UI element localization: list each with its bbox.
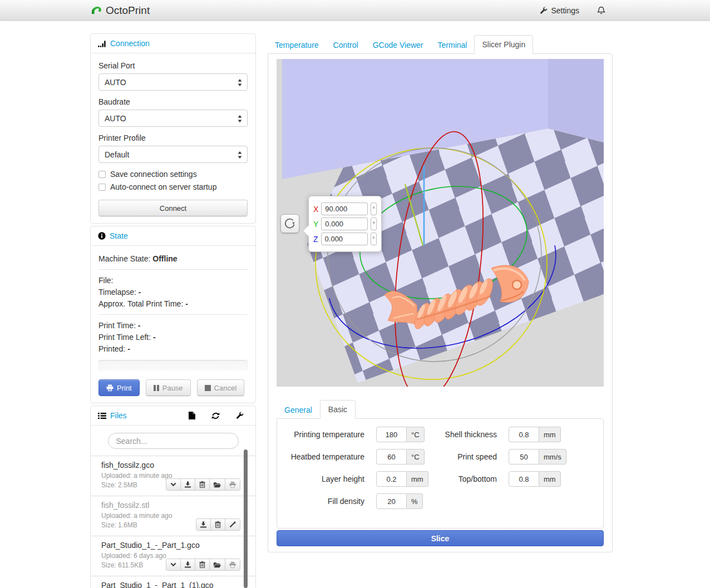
save-connection-settings-label: Save connection settings (110, 170, 197, 179)
state-panel-title[interactable]: State (110, 231, 128, 240)
print-speed-input[interactable] (509, 449, 539, 465)
tab-control[interactable]: Control (326, 36, 366, 54)
fill-density-label: Fill density (277, 493, 376, 509)
print-file-button[interactable] (225, 478, 240, 491)
print-speed-unit: mm/s (539, 449, 566, 465)
bell-icon[interactable] (597, 6, 605, 15)
tab-basic[interactable]: Basic (320, 400, 356, 419)
print-speed-label: Print speed (442, 449, 509, 465)
print-file-button[interactable] (225, 559, 240, 571)
delete-button[interactable] (210, 518, 225, 531)
connect-button[interactable]: Connect (98, 200, 248, 216)
model-viewer-3d[interactable]: X ° Y ° Z ° (277, 59, 604, 387)
file-row[interactable]: Part_Studio_1_-_Part_1_(1).gco Uploaded:… (91, 576, 255, 588)
document-icon[interactable] (189, 412, 195, 419)
total-print-time-value: - (185, 299, 188, 308)
delete-button[interactable] (195, 478, 210, 491)
tab-gcode-viewer[interactable]: GCode Viewer (366, 36, 431, 54)
wrench-icon[interactable] (236, 412, 244, 419)
connection-panel-title[interactable]: Connection (110, 39, 150, 48)
folder-open-icon (214, 562, 221, 568)
serial-port-label: Serial Port (98, 61, 248, 70)
signal-bars-icon (98, 40, 106, 47)
model-fish-fossil[interactable] (384, 265, 529, 331)
pause-button-label: Pause (162, 384, 183, 392)
download-button[interactable] (196, 518, 211, 531)
shell-thickness-unit: mm (539, 427, 561, 442)
fill-density-input[interactable] (376, 493, 407, 509)
pause-button[interactable]: Pause (146, 379, 191, 396)
files-scrollbar[interactable] (244, 449, 248, 588)
delete-button[interactable] (195, 559, 210, 571)
baudrate-label: Baudrate (98, 97, 248, 106)
save-connection-settings-row[interactable]: Save connection settings (98, 170, 248, 179)
file-row[interactable]: fish_fossilz.stl Uploaded: a minute ago … (91, 496, 255, 536)
top-bottom-input[interactable] (509, 471, 539, 487)
rotation-z-input[interactable] (321, 233, 368, 245)
rotation-x-input[interactable] (321, 202, 368, 215)
tab-temperature[interactable]: Temperature (268, 36, 326, 54)
printer-profile-select[interactable]: Default (98, 146, 248, 163)
expand-button[interactable] (166, 478, 181, 491)
rotation-y-input[interactable] (321, 218, 368, 230)
ring-red[interactable] (382, 127, 496, 387)
file-row[interactable]: fish_fossilz.gco Uploaded: a minute ago … (91, 456, 255, 496)
download-button[interactable] (180, 478, 195, 491)
download-button[interactable] (180, 559, 195, 571)
chevron-down-icon (170, 482, 176, 487)
axis-z-label: Z (313, 235, 318, 244)
layer-height-unit: mm (407, 471, 428, 487)
cancel-button-label: Cancel (214, 384, 236, 392)
timelapse-label: Timelapse: (98, 288, 136, 297)
serial-port-select[interactable]: AUTO (98, 73, 248, 91)
save-connection-settings-checkbox[interactable] (98, 171, 106, 178)
y-axis-line (405, 184, 423, 245)
caret-updown-icon (238, 151, 242, 159)
file-name: Part_Studio_1_-_Part_1.gco (101, 541, 240, 550)
layer-height-input[interactable] (376, 471, 407, 487)
autoconnect-checkbox[interactable] (98, 184, 106, 191)
baudrate-select[interactable]: AUTO (98, 110, 248, 127)
slice-button[interactable]: Slice (277, 530, 604, 546)
degree-unit: ° (371, 233, 377, 245)
tab-terminal[interactable]: Terminal (431, 36, 475, 54)
folder-open-icon (214, 482, 221, 488)
slice-file-button[interactable] (225, 518, 240, 531)
printing-temperature-label: Printing temperature (277, 427, 376, 442)
main-content: Temperature Control GCode Viewer Termina… (268, 33, 613, 552)
ring-yellow[interactable] (315, 148, 547, 379)
degree-unit: ° (371, 202, 377, 215)
printed-label: Printed: (98, 344, 125, 353)
timelapse-value: - (139, 288, 141, 297)
expand-button[interactable] (166, 559, 181, 571)
slicer-tab-content: X ° Y ° Z ° General Basic (268, 53, 613, 552)
fill-density-unit: % (407, 493, 423, 509)
refresh-icon[interactable] (211, 412, 220, 420)
info-circle-icon (98, 232, 106, 240)
fish-eye (512, 280, 521, 289)
printing-temperature-input[interactable] (376, 427, 407, 442)
download-icon (185, 561, 191, 568)
tab-slicer-plugin[interactable]: Slicer Plugin (474, 35, 533, 54)
caret-updown-icon (238, 79, 242, 86)
heatbed-temperature-input[interactable] (376, 449, 407, 465)
octoprint-brand: OctoPrint (90, 0, 150, 21)
settings-button[interactable]: Settings (540, 6, 579, 15)
files-panel-title[interactable]: Files (110, 411, 127, 420)
autoconnect-row[interactable]: Auto-connect on server startup (98, 182, 248, 191)
slicer-settings-box: Printing temperature °C Shell thickness … (277, 418, 604, 528)
shell-thickness-input[interactable] (509, 427, 539, 442)
top-bottom-label: Top/bottom (442, 471, 509, 487)
files-search-input[interactable] (108, 433, 239, 449)
print-progress-bar (98, 360, 248, 370)
top-bottom-unit: mm (539, 471, 561, 487)
printer-profile-label: Printer Profile (98, 134, 248, 142)
file-line: File: (98, 275, 248, 286)
print-button[interactable]: Print (98, 379, 140, 396)
file-row[interactable]: Part_Studio_1_-_Part_1.gco Uploaded: 6 d… (91, 536, 255, 576)
load-button[interactable] (209, 478, 225, 491)
rotate-tool-button[interactable] (280, 214, 299, 233)
cancel-button[interactable]: Cancel (197, 379, 244, 396)
load-button[interactable] (209, 559, 225, 571)
tab-general[interactable]: General (277, 401, 320, 419)
